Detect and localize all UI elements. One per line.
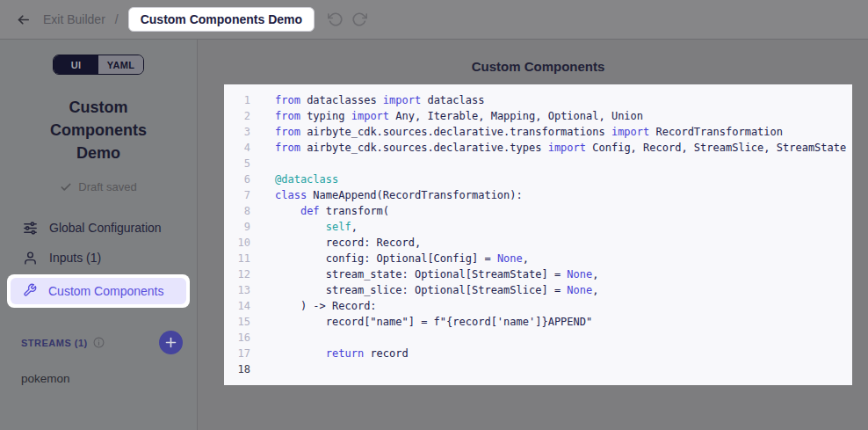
line-number: 10 <box>224 235 250 251</box>
toggle-yaml[interactable]: YAML <box>98 55 143 74</box>
line-number: 2 <box>224 108 250 124</box>
code-text: stream_state: Optional[StreamState] = No… <box>275 266 598 282</box>
custom-components-spotlight: Custom Components <box>7 274 190 308</box>
line-number: 11 <box>224 251 250 266</box>
line-number: 9 <box>224 219 250 235</box>
code-line: 15 record["name"] = f"{record['name']}AP… <box>224 314 852 330</box>
code-line: 10 record: Record, <box>224 235 852 251</box>
wrench-icon <box>23 283 37 300</box>
page-title: Custom Components <box>224 59 852 74</box>
line-number: 8 <box>224 203 250 219</box>
redo-icon[interactable] <box>351 11 367 27</box>
code-line: 5 <box>224 156 852 171</box>
stream-item-pokemon[interactable]: pokemon <box>0 372 197 385</box>
streams-header: STREAMS (1) <box>0 331 197 354</box>
project-name-input[interactable]: Custom Components Demo <box>128 7 315 32</box>
code-text: from typing import Any, Iterable, Mappin… <box>275 108 643 124</box>
sidebar-item-label: Global Configuration <box>49 221 162 235</box>
code-line: 13 stream_slice: Optional[StreamSlice] =… <box>224 282 852 298</box>
code-text: from airbyte_cdk.sources.declarative.tra… <box>275 124 783 140</box>
code-text: record: Record, <box>275 235 421 251</box>
builder-nav: Global Configuration Inputs (1) Custom C… <box>0 213 197 308</box>
undo-icon[interactable] <box>328 11 344 27</box>
user-icon <box>23 251 38 266</box>
code-line: 2from typing import Any, Iterable, Mappi… <box>224 108 852 124</box>
code-line: 1from dataclasses import dataclass <box>224 92 852 108</box>
line-number: 7 <box>224 187 250 203</box>
streams-label: STREAMS (1) <box>21 338 88 348</box>
code-line: 8 def transform( <box>224 203 852 219</box>
code-text: def transform( <box>275 203 389 219</box>
line-number: 1 <box>224 92 250 108</box>
draft-status: Draft saved <box>0 180 197 193</box>
check-icon <box>60 181 72 193</box>
line-number: 18 <box>224 361 250 377</box>
toggle-ui[interactable]: UI <box>54 55 98 74</box>
sidebar-item-label: Inputs (1) <box>49 251 101 265</box>
sidebar-item-label: Custom Components <box>48 284 164 298</box>
code-text: class NameAppend(RecordTransformation): <box>275 187 523 203</box>
code-line: 16 <box>224 330 852 346</box>
code-text: record["name"] = f"{record['name']}APPEN… <box>275 314 592 330</box>
code-text: stream_slice: Optional[StreamSlice] = No… <box>275 282 598 298</box>
code-text: @dataclass <box>275 171 338 187</box>
code-lines: 1from dataclasses import dataclass2from … <box>224 92 852 377</box>
code-line: 11 config: Optional[Config] = None, <box>224 251 852 266</box>
sidebar-item-custom-components[interactable]: Custom Components <box>11 278 186 304</box>
topbar: Exit Builder / Custom Components Demo <box>0 0 868 40</box>
sidebar-item-global-configuration[interactable]: Global Configuration <box>0 213 197 243</box>
exit-builder-link[interactable]: Exit Builder <box>43 12 105 26</box>
code-line: 18 <box>224 361 852 377</box>
sidebar-item-inputs[interactable]: Inputs (1) <box>0 243 197 273</box>
line-number: 15 <box>224 314 250 330</box>
line-number: 17 <box>224 346 250 361</box>
sidebar: UI YAML Custom Components Demo Draft sav… <box>0 40 198 430</box>
back-arrow-icon[interactable] <box>16 12 31 27</box>
code-text: from dataclasses import dataclass <box>275 92 484 108</box>
code-text: config: Optional[Config] = None, <box>275 251 529 266</box>
draft-status-label: Draft saved <box>78 180 136 193</box>
code-line: 3from airbyte_cdk.sources.declarative.tr… <box>224 124 852 140</box>
code-text: from airbyte_cdk.sources.declarative.typ… <box>275 140 846 156</box>
line-number: 3 <box>224 124 250 140</box>
code-text: ) -> Record: <box>275 298 377 314</box>
code-text: self, <box>275 219 358 235</box>
line-number: 12 <box>224 266 250 282</box>
code-line: 9 self, <box>224 219 852 235</box>
code-line: 4from airbyte_cdk.sources.declarative.ty… <box>224 140 852 156</box>
code-line: 14 ) -> Record: <box>224 298 852 314</box>
code-line: 7class NameAppend(RecordTransformation): <box>224 187 852 203</box>
line-number: 16 <box>224 330 250 346</box>
breadcrumb-separator: / <box>115 12 119 26</box>
code-line: 17 return record <box>224 346 852 361</box>
code-text: return record <box>275 346 409 361</box>
line-number: 13 <box>224 282 250 298</box>
line-number: 4 <box>224 140 250 156</box>
project-title: Custom Components Demo <box>28 96 169 164</box>
line-number: 6 <box>224 171 250 187</box>
code-line: 12 stream_state: Optional[StreamState] =… <box>224 266 852 282</box>
info-icon[interactable] <box>93 337 105 348</box>
code-editor[interactable]: 1from dataclasses import dataclass2from … <box>224 84 852 385</box>
code-line: 6@dataclass <box>224 171 852 187</box>
line-number: 5 <box>224 156 250 171</box>
ui-yaml-toggle: UI YAML <box>53 55 144 75</box>
sliders-icon <box>23 221 38 236</box>
add-stream-button[interactable] <box>159 331 183 354</box>
line-number: 14 <box>224 298 250 314</box>
